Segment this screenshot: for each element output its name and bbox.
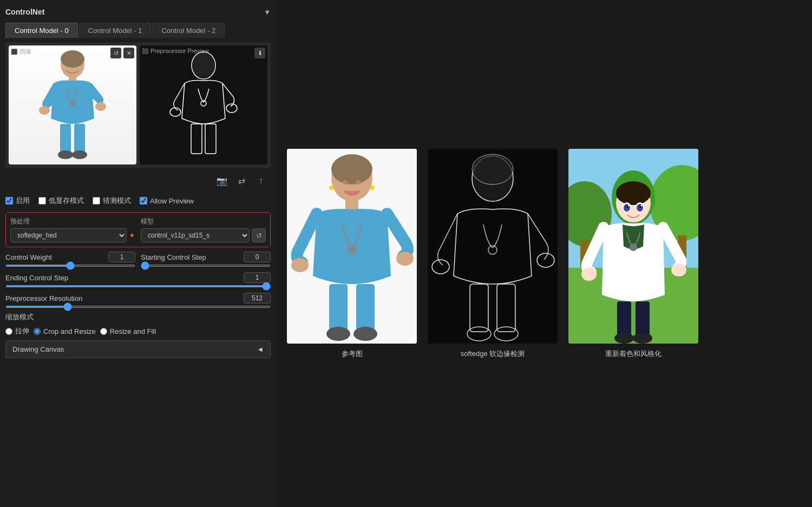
nurse-input-image[interactable]	[9, 45, 136, 164]
scale-fill-option[interactable]: Resize and Fill	[100, 327, 156, 335]
output-images: 参考图	[287, 149, 698, 359]
svg-point-16	[201, 101, 206, 106]
allow-preview-option[interactable]: Allow Preview	[140, 197, 194, 205]
low-vram-option[interactable]: 低显存模式	[38, 196, 84, 206]
scale-stretch-option[interactable]: 拉伸	[5, 326, 29, 336]
allow-preview-label: Allow Preview	[150, 197, 194, 205]
ending-step-label: Ending Control Step	[5, 274, 68, 282]
upload-btn[interactable]: ↑	[253, 173, 269, 188]
svg-rect-55	[636, 301, 650, 337]
scale-crop-option[interactable]: Crop and Resize	[34, 327, 96, 335]
options-row: 启用 低显存模式 猜测模式 Allow Preview	[5, 194, 271, 208]
guess-mode-label: 猜测模式	[103, 196, 131, 206]
preprocessor-res-label: Preprocessor Resolution	[5, 294, 82, 302]
tabs-row: Control Model - 0 Control Model - 1 Cont…	[5, 23, 271, 38]
images-row: ⬛ 图像 ↺ ✕	[5, 42, 271, 168]
svg-point-8	[72, 150, 87, 159]
preprocessor-col: 预处理 softedge_hed ✦	[10, 217, 135, 242]
svg-rect-20	[345, 200, 358, 209]
swap-btn[interactable]: ⇄	[234, 173, 249, 188]
input-image-box: ⬛ 图像 ↺ ✕	[9, 45, 136, 164]
svg-point-22	[396, 252, 414, 266]
image-box-label: ⬛ 图像	[11, 48, 31, 56]
panel-collapse-arrow[interactable]: ▼	[264, 8, 271, 16]
starting-step-value: 0	[244, 252, 271, 262]
image-label-text: 图像	[19, 48, 31, 56]
nurse-figure-svg	[37, 48, 108, 162]
starting-step-slider-row: Starting Control Step 0	[141, 252, 271, 267]
svg-point-27	[348, 246, 356, 254]
starting-step-label: Starting Control Step	[141, 253, 206, 261]
svg-point-53	[671, 264, 686, 276]
starting-step-slider[interactable]	[141, 265, 271, 267]
preview-image-box: ⬛ Preprocessor Preview ⬇	[140, 45, 267, 164]
panel-header: ControlNet ▼	[5, 5, 271, 18]
preprocessor-label: 预处理	[10, 217, 135, 226]
scale-crop-radio[interactable]	[34, 328, 41, 335]
svg-rect-14	[205, 124, 216, 154]
close-image-btn[interactable]: ✕	[123, 48, 134, 58]
left-panel: ControlNet ▼ Control Model - 0 Control M…	[0, 0, 276, 507]
low-vram-label: 低显存模式	[49, 196, 84, 206]
ending-step-slider[interactable]	[5, 285, 271, 287]
svg-point-4	[95, 102, 106, 111]
reload-model-btn[interactable]: ↺	[252, 228, 266, 242]
restyle-caption: 重新着色和风格化	[605, 349, 662, 359]
svg-rect-13	[191, 124, 202, 154]
scale-label: 缩放模式	[5, 312, 271, 322]
control-weight-value: 1	[108, 252, 135, 262]
low-vram-checkbox[interactable]	[38, 197, 46, 205]
sketch-figure-svg	[168, 48, 239, 162]
restyle-image	[568, 149, 698, 344]
control-weight-slider[interactable]	[5, 265, 135, 267]
preview-box-controls: ⬇	[254, 48, 265, 58]
enable-option[interactable]: 启用	[5, 196, 30, 206]
drawing-canvas-row[interactable]: Drawing Canvas ◄	[5, 340, 271, 358]
panel-title: ControlNet	[5, 8, 44, 16]
enable-checkbox[interactable]	[5, 197, 13, 205]
svg-point-66	[641, 205, 643, 206]
sliders-section: Control Weight 1 Starting Control Step 0…	[5, 252, 271, 308]
premodel-row: 预处理 softedge_hed ✦ 模型 control_v11p_sd15_…	[10, 217, 266, 242]
svg-point-29	[356, 180, 361, 185]
svg-point-56	[614, 333, 634, 344]
model-label: 模型	[141, 217, 266, 226]
preprocessor-res-slider[interactable]	[5, 306, 271, 308]
svg-point-30	[329, 186, 333, 190]
svg-rect-54	[617, 301, 631, 337]
softedge-image-col: softedge 软边缘检测	[428, 149, 558, 359]
svg-point-57	[633, 333, 652, 344]
model-dropdown[interactable]: control_v11p_sd15_s	[141, 228, 250, 242]
scale-stretch-radio[interactable]	[5, 328, 12, 335]
ending-step-header: Ending Control Step 1	[5, 272, 271, 283]
scale-options: 拉伸 Crop and Resize Resize and Fill	[5, 326, 271, 336]
preprocessor-controls: softedge_hed ✦	[10, 228, 135, 242]
sketch-preview-image[interactable]	[140, 45, 267, 164]
guess-mode-option[interactable]: 猜测模式	[93, 196, 131, 206]
svg-rect-23	[329, 284, 348, 332]
preprocessor-res-slider-row: Preprocessor Resolution 512	[5, 293, 271, 308]
scale-stretch-label: 拉伸	[15, 326, 29, 336]
preprocessor-preview-label: ⬛ Preprocessor Preview	[142, 48, 209, 54]
ref-image	[287, 149, 417, 344]
softedge-nurse-svg	[428, 149, 558, 344]
model-col: 模型 control_v11p_sd15_s ↺	[141, 217, 266, 242]
preprocessor-res-header: Preprocessor Resolution 512	[5, 293, 271, 304]
tab-control-model-1[interactable]: Control Model - 1	[79, 23, 152, 38]
svg-rect-5	[60, 124, 71, 154]
refresh-image-btn[interactable]: ↺	[110, 48, 121, 58]
tab-control-model-0[interactable]: Control Model - 0	[5, 23, 78, 38]
preprocessor-dropdown[interactable]: softedge_hed	[10, 228, 127, 242]
model-controls: control_v11p_sd15_s ↺	[141, 228, 266, 242]
download-preview-btn[interactable]: ⬇	[254, 48, 265, 58]
ref-nurse-svg	[287, 149, 417, 344]
guess-mode-checkbox[interactable]	[93, 197, 100, 205]
scale-fill-label: Resize and Fill	[110, 327, 156, 335]
scale-fill-radio[interactable]	[100, 328, 107, 335]
svg-point-7	[58, 150, 73, 159]
svg-point-1	[61, 50, 84, 68]
allow-preview-checkbox[interactable]	[140, 197, 147, 205]
right-panel: 参考图	[276, 0, 812, 507]
camera-btn[interactable]: 📷	[214, 173, 230, 188]
tab-control-model-2[interactable]: Control Model - 2	[152, 23, 225, 38]
